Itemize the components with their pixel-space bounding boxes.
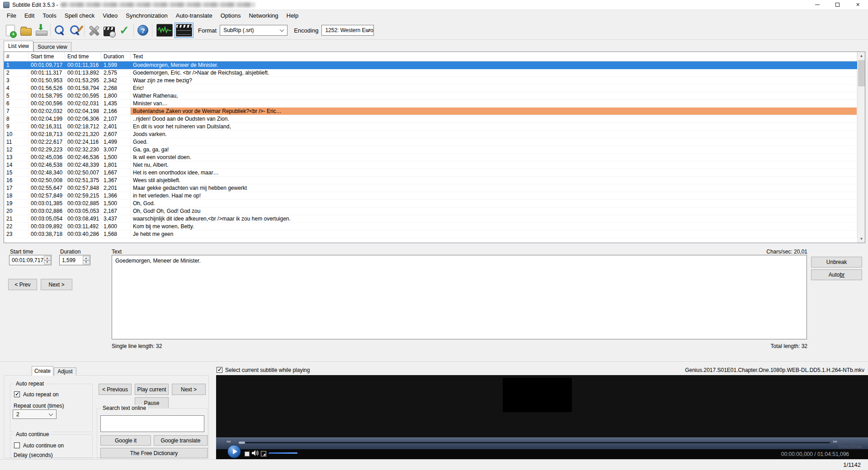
table-row[interactable]: 1100:02:22,61700:02:24,1161,499Goed. bbox=[4, 138, 857, 146]
cell-duration: 2,166 bbox=[101, 108, 131, 115]
scrollbar-thumb[interactable] bbox=[858, 60, 865, 86]
new-file-button[interactable] bbox=[3, 23, 18, 38]
menu-spell-check[interactable]: Spell check bbox=[61, 11, 99, 20]
tab-list-view[interactable]: List view bbox=[4, 41, 33, 52]
table-row[interactable]: 2100:03:05,05400:03:08,4913,437waarschij… bbox=[4, 215, 857, 223]
seek-bar[interactable] bbox=[239, 442, 830, 443]
open-file-button[interactable] bbox=[18, 23, 33, 38]
replace-button[interactable] bbox=[67, 23, 83, 38]
scroll-down-icon[interactable]: ▼ bbox=[858, 235, 865, 243]
auto-br-button[interactable]: Auto br bbox=[811, 269, 862, 280]
checkmark-icon: ✓ bbox=[119, 24, 129, 36]
encoding-label: Encoding bbox=[294, 27, 318, 34]
subtitle-text-editor[interactable]: Goedemorgen, Meneer de Minister. bbox=[112, 255, 807, 339]
menu-options[interactable]: Options bbox=[217, 11, 245, 20]
video-toggle-button[interactable] bbox=[175, 23, 193, 38]
encoding-dropdown[interactable]: 1252: Western Euro bbox=[321, 25, 374, 36]
fast-forward-icon[interactable]: ▶▶ bbox=[833, 440, 837, 443]
close-button[interactable]: ✕ bbox=[848, 0, 868, 9]
scroll-up-icon[interactable]: ▲ bbox=[858, 52, 865, 60]
auto-continue-checkbox[interactable] bbox=[14, 442, 20, 448]
tab-create[interactable]: Create bbox=[32, 366, 53, 376]
help-button[interactable]: ? bbox=[135, 23, 151, 38]
menu-tools[interactable]: Tools bbox=[38, 11, 60, 20]
table-row[interactable]: 100:01:09,71700:01:11,3161,599Goedemorge… bbox=[4, 61, 857, 69]
spell-check-button[interactable]: ✓ bbox=[117, 23, 132, 38]
start-time-stepper[interactable]: 00:01:09,717 ▲▼ bbox=[9, 255, 52, 265]
previous-button[interactable]: < Previous bbox=[99, 384, 132, 395]
fullscreen-icon[interactable] bbox=[261, 451, 266, 456]
repeat-count-dropdown[interactable]: 2 bbox=[13, 409, 57, 419]
cell-number: 20 bbox=[4, 207, 28, 215]
maximize-button[interactable] bbox=[827, 0, 848, 9]
play-current-button[interactable]: Play current bbox=[135, 384, 169, 395]
google-it-button[interactable]: Google it bbox=[100, 435, 151, 446]
step-down-icon[interactable]: ▼ bbox=[83, 260, 90, 265]
unbreak-button[interactable]: Unbreak bbox=[811, 257, 862, 268]
save-button[interactable] bbox=[33, 23, 49, 38]
table-row[interactable]: 2200:03:09,89200:03:11,4921,600Kom bij m… bbox=[4, 223, 857, 230]
table-row[interactable]: 200:01:11,31700:01:13,8922,575Goedemorge… bbox=[4, 69, 857, 77]
tab-adjust[interactable]: Adjust bbox=[54, 367, 76, 376]
table-row[interactable]: 1600:02:50,00800:02:51,3751,367Wees stil… bbox=[4, 177, 857, 184]
next-button[interactable]: Next > bbox=[172, 384, 206, 395]
header-text[interactable]: Text bbox=[131, 52, 857, 61]
cell-text: Goedemorgen, Eric. <br />Naar de Reichst… bbox=[131, 69, 857, 77]
step-up-icon[interactable]: ▲ bbox=[44, 256, 51, 260]
volume-slider[interactable] bbox=[269, 452, 297, 454]
table-row[interactable]: 700:02:02,03200:02:04,1982,166Buitenland… bbox=[4, 108, 857, 115]
table-row[interactable]: 400:01:56,52600:01:58,7942,268Eric! bbox=[4, 85, 857, 92]
table-row[interactable]: 800:02:04,19900:02:06,3062,107..rijden! … bbox=[4, 115, 857, 123]
table-row[interactable]: 2300:03:38,71800:03:40,2861,568Je hebt m… bbox=[4, 230, 857, 238]
stop-button[interactable] bbox=[245, 451, 250, 456]
menu-edit[interactable]: Edit bbox=[20, 11, 38, 20]
prev-subtitle-button[interactable]: < Prev bbox=[8, 279, 37, 290]
duration-stepper[interactable]: 1,599 ▲▼ bbox=[59, 255, 90, 265]
waveform-toggle-button[interactable] bbox=[156, 24, 173, 37]
table-row[interactable]: 1400:02:46,53800:02:48,3391,801Niet nu, … bbox=[4, 161, 857, 169]
minimize-button[interactable] bbox=[807, 0, 827, 9]
menu-video[interactable]: Video bbox=[99, 11, 122, 20]
header-number[interactable]: # bbox=[4, 52, 28, 61]
format-dropdown[interactable]: SubRip (.srt) bbox=[220, 25, 288, 36]
menu-help[interactable]: Help bbox=[283, 11, 303, 20]
menu-auto-translate[interactable]: Auto-translate bbox=[172, 11, 217, 20]
menu-file[interactable]: File bbox=[3, 11, 20, 20]
cell-start-time: 00:01:09,717 bbox=[28, 61, 65, 69]
play-button[interactable] bbox=[227, 445, 241, 458]
header-end-time[interactable]: End time bbox=[65, 52, 101, 61]
tab-source-view[interactable]: Source view bbox=[33, 42, 71, 52]
header-start-time[interactable]: Start time bbox=[28, 52, 65, 61]
fix-common-errors-button[interactable] bbox=[86, 23, 101, 38]
rewind-icon[interactable]: ◀◀ bbox=[226, 440, 230, 443]
list-scrollbar[interactable]: ▲ ▼ bbox=[857, 52, 865, 243]
table-row[interactable]: 500:01:58,79500:02:00,5951,800Walther Ra… bbox=[4, 92, 857, 100]
auto-repeat-checkbox[interactable] bbox=[14, 391, 20, 397]
find-button[interactable] bbox=[52, 23, 67, 38]
table-row[interactable]: 900:02:16,31100:02:18,7122,401En dit is … bbox=[4, 123, 857, 131]
table-row[interactable]: 1900:03:01,38500:03:02,8851,500Oh, God. bbox=[4, 200, 857, 207]
table-row[interactable]: 1700:02:55,64700:02:57,8482,201Maar gekk… bbox=[4, 184, 857, 192]
google-translate-button[interactable]: Google translate bbox=[154, 435, 208, 446]
select-current-subtitle-checkbox[interactable] bbox=[217, 367, 222, 373]
seek-thumb[interactable] bbox=[239, 442, 245, 444]
step-up-icon[interactable]: ▲ bbox=[83, 256, 90, 260]
header-duration[interactable]: Duration bbox=[101, 52, 131, 61]
step-down-icon[interactable]: ▼ bbox=[44, 260, 51, 265]
table-row[interactable]: 1200:02:29,22300:02:32,2303,007Ga, ga, g… bbox=[4, 146, 857, 154]
volume-icon[interactable] bbox=[251, 450, 259, 456]
table-row[interactable]: 1000:02:18,71300:02:21,3202,607Joods var… bbox=[4, 131, 857, 138]
table-row[interactable]: 300:01:50,95300:01:53,2952,342Waar zijn … bbox=[4, 77, 857, 85]
next-subtitle-button[interactable]: Next > bbox=[41, 279, 72, 290]
table-row[interactable]: 1300:02:45,03600:02:46,5361,500Ik wil ee… bbox=[4, 154, 857, 161]
table-row[interactable]: 1800:02:57,84900:02:59,2151,366in het ve… bbox=[4, 192, 857, 200]
menu-networking[interactable]: Networking bbox=[245, 11, 282, 20]
menu-synchronization[interactable]: Synchronization bbox=[122, 11, 172, 20]
table-row[interactable]: 2000:03:02,88600:03:05,0532,167Oh, God! … bbox=[4, 207, 857, 215]
table-row[interactable]: 600:02:00,59600:02:02,0311,435Minister v… bbox=[4, 100, 857, 108]
search-text-input[interactable] bbox=[100, 415, 204, 432]
free-dictionary-button[interactable]: The Free Dictionary bbox=[100, 448, 208, 458]
visual-sync-button[interactable] bbox=[101, 23, 117, 38]
cell-start-time: 00:02:16,311 bbox=[28, 123, 65, 131]
table-row[interactable]: 1500:02:48,34000:02:50,0071,667Het is ee… bbox=[4, 169, 857, 177]
